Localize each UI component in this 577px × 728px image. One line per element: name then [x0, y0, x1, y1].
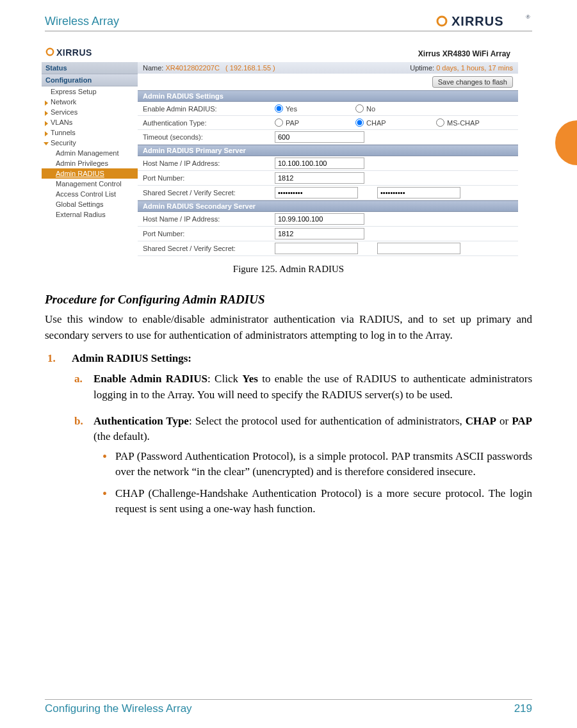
sidebar-status[interactable]: Status — [42, 62, 138, 74]
secondary-verify-input[interactable] — [377, 243, 460, 254]
ui-brand-logo: XIRRUS — [45, 45, 107, 58]
svg-text:XIRRUS: XIRRUS — [56, 47, 92, 58]
name-label: Name: — [143, 64, 163, 72]
auth-pap-text: PAP — [286, 119, 299, 127]
section-secondary: Admin RADIUS Secondary Server — [138, 200, 518, 212]
secondary-secret-input[interactable] — [275, 243, 358, 254]
enable-no-text: No — [366, 105, 375, 113]
auth-mschap-text: MS-CHAP — [447, 119, 480, 127]
secondary-host-input[interactable] — [275, 213, 364, 225]
svg-text:®: ® — [526, 13, 530, 20]
content-pane: Name: XR4012802207C ( 192.168.1.55 ) Upt… — [138, 62, 518, 256]
sidebar-sub-global[interactable]: Global Settings — [42, 199, 138, 209]
bullet-chap: CHAP (Challenge-Handshake Authentication… — [115, 486, 532, 517]
timeout-input[interactable] — [275, 131, 364, 143]
step-a-text: Enable Admin RADIUS: Click Yes to enable… — [93, 373, 532, 401]
primary-host-input[interactable] — [275, 158, 364, 169]
device-info-bar: Name: XR4012802207C ( 192.168.1.55 ) Upt… — [138, 62, 518, 74]
secondary-secret-label: Shared Secret / Verify Secret: — [143, 245, 271, 252]
sidebar-item-express[interactable]: Express Setup — [42, 86, 138, 97]
svg-point-0 — [437, 17, 446, 26]
secondary-host-label: Host Name / IP Address: — [143, 215, 271, 223]
section-primary: Admin RADIUS Primary Server — [138, 145, 518, 156]
sidebar-sub-mgmt-control[interactable]: Management Control — [42, 179, 138, 189]
primary-port-input[interactable] — [275, 172, 364, 184]
brand-logo: XIRRUS ® — [436, 13, 532, 29]
sidebar-sub-ext-radius[interactable]: External Radius — [42, 209, 138, 220]
uptime-label: Uptime: — [410, 64, 434, 72]
sidebar-item-tunnels[interactable]: Tunnels — [42, 127, 138, 138]
step-b-letter: b. — [74, 414, 83, 430]
sidebar-sub-admin-mgmt[interactable]: Admin Management — [42, 148, 138, 158]
intro-paragraph: Use this window to enable/disable admini… — [45, 312, 532, 343]
admin-radius-screenshot: XIRRUS Xirrus XR4830 WiFi Array Status C… — [42, 43, 514, 256]
primary-secret-input[interactable] — [275, 187, 358, 198]
authtype-label: Authentication Type: — [143, 119, 271, 127]
procedure-heading: Procedure for Configuring Admin RADIUS — [45, 293, 532, 307]
section-settings: Admin RADIUS Settings — [138, 90, 518, 102]
page-footer: Configuring the Wireless Array 219 — [45, 699, 532, 715]
product-title: Xirrus XR4830 WiFi Array — [418, 49, 510, 58]
primary-verify-input[interactable] — [377, 187, 460, 198]
enable-yes-text: Yes — [286, 105, 297, 113]
footer-page-number: 219 — [514, 702, 532, 715]
step-1-number: 1. — [47, 352, 56, 365]
svg-text:XIRRUS: XIRRUS — [451, 14, 504, 28]
sidebar-item-services[interactable]: Services — [42, 107, 138, 117]
svg-point-3 — [47, 49, 53, 55]
name-value: XR4012802207C — [165, 64, 219, 72]
secondary-port-label: Port Number: — [143, 230, 271, 238]
bullet-pap: PAP (Password Authentication Protocol), … — [115, 449, 532, 480]
figure-caption: Figure 125. Admin RADIUS — [45, 264, 532, 275]
step-a-letter: a. — [74, 371, 83, 387]
step-1-title: Admin RADIUS Settings: — [72, 352, 191, 364]
sidebar: Status Configuration Express Setup Netwo… — [42, 62, 138, 256]
enable-no-radio[interactable] — [355, 104, 364, 113]
auth-mschap-radio[interactable] — [436, 118, 444, 127]
procedure-list: 1. Admin RADIUS Settings: a. Enable Admi… — [45, 352, 532, 517]
doc-title: Wireless Array — [45, 15, 119, 28]
ip-value: ( 192.168.1.55 ) — [225, 64, 275, 72]
auth-chap-radio[interactable] — [355, 118, 364, 127]
primary-port-label: Port Number: — [143, 174, 271, 182]
uptime-value: 0 days, 1 hours, 17 mins — [436, 64, 513, 72]
step-b-text: Authentication Type: Select the protocol… — [93, 415, 532, 443]
primary-host-label: Host Name / IP Address: — [143, 159, 271, 167]
sidebar-configuration[interactable]: Configuration — [42, 74, 138, 86]
sidebar-sub-acl[interactable]: Access Control List — [42, 189, 138, 199]
sidebar-sub-admin-radius[interactable]: Admin RADIUS — [42, 168, 138, 179]
primary-secret-label: Shared Secret / Verify Secret: — [143, 189, 271, 197]
sidebar-sub-admin-priv[interactable]: Admin Privileges — [42, 158, 138, 168]
running-header: Wireless Array XIRRUS ® — [45, 13, 532, 31]
sidebar-item-vlans[interactable]: VLANs — [42, 117, 138, 127]
enable-label: Enable Admin RADIUS: — [143, 105, 271, 113]
save-button[interactable]: Save changes to flash — [432, 76, 513, 88]
auth-chap-text: CHAP — [366, 119, 386, 127]
sidebar-item-network[interactable]: Network — [42, 97, 138, 107]
footer-section: Configuring the Wireless Array — [45, 702, 192, 715]
sidebar-item-security[interactable]: Security — [42, 138, 138, 148]
auth-pap-radio[interactable] — [275, 118, 283, 127]
secondary-port-input[interactable] — [275, 228, 364, 239]
enable-yes-radio[interactable] — [275, 104, 283, 113]
timeout-label: Timeout (seconds): — [143, 133, 271, 141]
